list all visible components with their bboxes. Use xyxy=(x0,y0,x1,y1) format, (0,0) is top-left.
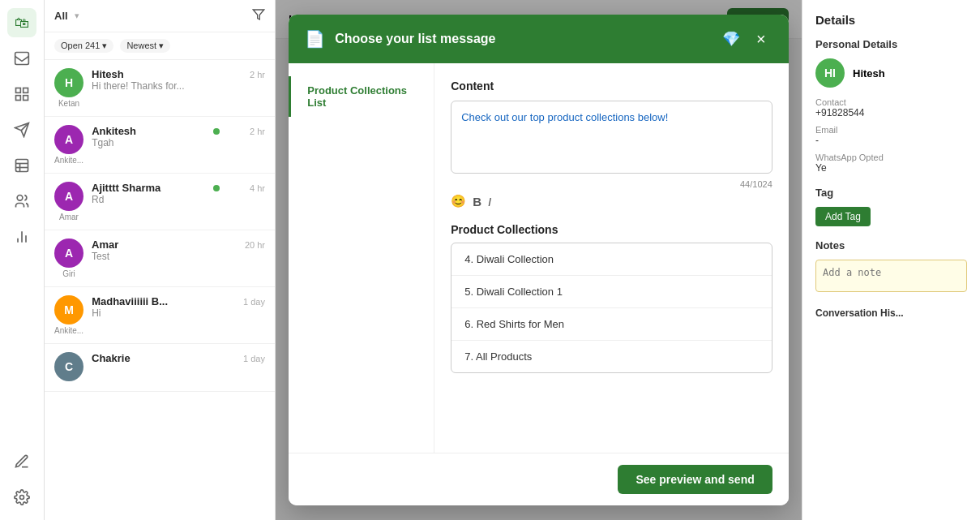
bold-tool[interactable]: B xyxy=(473,194,481,208)
panel-header: All ▾ xyxy=(45,0,275,32)
notes-title: Notes xyxy=(815,239,967,251)
emoji-tool[interactable]: 😊 xyxy=(451,194,466,208)
contact-info: Amar 20 hr Test xyxy=(92,239,265,262)
online-indicator xyxy=(213,128,220,135)
contact-info: Ajitttt Sharma 4 hr Rd xyxy=(92,182,265,205)
modal-gem-icon: 💎 xyxy=(722,30,740,48)
svg-point-13 xyxy=(20,496,24,500)
avatar: C xyxy=(54,352,83,381)
contact-preview: Hi there! Thanks for... xyxy=(92,80,265,92)
italic-tool[interactable]: I xyxy=(488,194,491,208)
shopping-bag-icon[interactable]: 🛍 xyxy=(7,8,36,37)
editor-tools: 😊 B I xyxy=(451,189,772,213)
contact-item[interactable]: A Giri Amar 20 hr Test xyxy=(45,230,275,287)
contact-preview: Rd xyxy=(92,194,265,205)
contact-row: Contact +91828544 xyxy=(815,97,967,118)
sidebar: 🛍 xyxy=(0,0,45,520)
contact-item[interactable]: C Chakrie 1 day xyxy=(45,344,275,392)
contact-item[interactable]: H Ketan Hitesh 2 hr Hi there! Thanks for… xyxy=(45,60,275,117)
modal-header: 📄 Choose your list message 💎 × xyxy=(289,15,789,63)
whatsapp-value: Ye xyxy=(815,162,967,174)
chart-icon[interactable] xyxy=(7,222,36,251)
tag-section-title: Tag xyxy=(815,187,967,199)
all-dropdown[interactable]: All xyxy=(54,10,68,22)
filter-row: Open 241 ▾ Newest ▾ xyxy=(45,32,275,60)
avatar-label: Ketan xyxy=(58,99,79,108)
megaphone-icon[interactable] xyxy=(7,115,36,144)
details-panel: Details Personal Details HI Hitesh Conta… xyxy=(802,0,980,520)
svg-rect-4 xyxy=(24,96,28,101)
send-preview-button[interactable]: See preview and send xyxy=(618,465,772,494)
modal-overlay: 📄 Choose your list message 💎 × Product C… xyxy=(276,0,802,520)
inbox-icon[interactable] xyxy=(7,44,36,73)
avatar: H xyxy=(54,68,83,97)
avatar: A xyxy=(54,239,83,268)
product-item[interactable]: 7. All Products xyxy=(451,341,772,372)
modal-title: Choose your list message xyxy=(335,32,713,46)
contact-info: Madhaviiiiii B... 1 day Hi xyxy=(92,295,265,319)
svg-marker-14 xyxy=(253,10,263,19)
modal-sidebar: Product Collections List xyxy=(289,63,434,453)
contact-info: Chakrie 1 day xyxy=(92,352,265,364)
modal-footer: See preview and send xyxy=(289,453,789,505)
modal-content-area: Content Check out our top product collec… xyxy=(434,63,789,453)
people-icon[interactable] xyxy=(7,187,36,216)
newest-badge[interactable]: Newest ▾ xyxy=(120,39,170,53)
email-row: Email - xyxy=(815,125,967,146)
product-item[interactable]: 4. Diwali Collection xyxy=(451,243,772,276)
personal-details-title: Personal Details xyxy=(815,38,967,50)
svg-rect-5 xyxy=(16,160,28,172)
contact-panel: All ▾ Open 241 ▾ Newest ▾ H Ketan Hitesh… xyxy=(45,0,276,520)
contact-name: Hitesh xyxy=(92,68,124,80)
product-collections-label: Product Collections xyxy=(451,223,772,236)
content-textarea[interactable]: Check out our top product collections be… xyxy=(451,101,772,174)
avatar-label: Amar xyxy=(59,213,79,221)
contact-avatar: HI xyxy=(815,58,845,88)
settings-icon[interactable] xyxy=(7,483,36,512)
avatar: A xyxy=(54,125,83,154)
contact-list: H Ketan Hitesh 2 hr Hi there! Thanks for… xyxy=(45,60,275,520)
contact-time: 2 hr xyxy=(250,70,265,80)
notes-input[interactable] xyxy=(815,260,967,292)
svg-rect-3 xyxy=(16,96,21,101)
avatar: A xyxy=(54,182,83,211)
whatsapp-row: WhatsApp Opted Ye xyxy=(815,153,967,174)
product-item[interactable]: 5. Diwali Collection 1 xyxy=(451,276,772,308)
compose-icon[interactable] xyxy=(7,447,36,476)
product-list-box: 4. Diwali Collection5. Diwali Collection… xyxy=(451,243,772,373)
email-label: Email xyxy=(815,125,967,135)
table-icon[interactable] xyxy=(7,151,36,180)
contact-item[interactable]: M Ankite... Madhaviiiiii B... 1 day Hi xyxy=(45,287,275,344)
contact-time: 2 hr xyxy=(250,127,265,136)
contact-preview: Tgah xyxy=(92,137,265,148)
email-value: - xyxy=(815,135,967,146)
contact-item[interactable]: A Ankite... Ankitesh 2 hr Tgah xyxy=(45,117,275,174)
details-title: Details xyxy=(815,13,967,27)
filter-icon[interactable] xyxy=(252,8,265,24)
contact-name: Ankitesh xyxy=(92,125,136,137)
contact-preview: Test xyxy=(92,251,265,262)
grid-icon[interactable] xyxy=(7,80,36,109)
contact-info: Ankitesh 2 hr Tgah xyxy=(92,125,265,148)
contact-detail-name: Hitesh xyxy=(853,67,885,80)
avatar-label: Ankite... xyxy=(54,326,83,335)
avatar-label: Ankite... xyxy=(54,156,83,165)
contact-item[interactable]: A Amar Ajitttt Sharma 4 hr Rd xyxy=(45,174,275,230)
modal-close-button[interactable]: × xyxy=(750,28,772,50)
main-area: Hitesh Action 📄 Choose your list message… xyxy=(276,0,802,520)
svg-point-9 xyxy=(17,196,23,201)
conversation-history-label: Conversation His... xyxy=(815,307,967,319)
contact-time: 20 hr xyxy=(245,240,265,250)
svg-rect-2 xyxy=(24,88,28,93)
contact-name: Chakrie xyxy=(92,352,131,364)
product-item[interactable]: 6. Red Shirts for Men xyxy=(451,308,772,341)
contact-profile: HI Hitesh xyxy=(815,58,967,88)
contact-name: Amar xyxy=(92,239,118,251)
product-collections-list-item[interactable]: Product Collections List xyxy=(289,76,434,117)
contact-value: +91828544 xyxy=(815,107,967,118)
add-tag-button[interactable]: Add Tag xyxy=(815,207,871,226)
notes-section: Notes xyxy=(815,239,967,294)
contact-name: Ajitttt Sharma xyxy=(92,182,160,194)
open-badge[interactable]: Open 241 ▾ xyxy=(54,39,113,53)
contact-time: 1 day xyxy=(243,297,265,307)
